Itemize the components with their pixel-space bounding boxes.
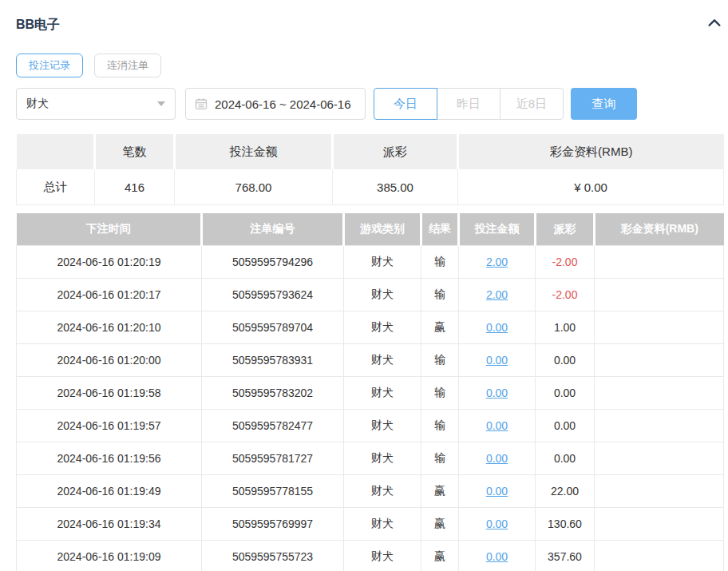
quick-range-group: 今日昨日近8日 bbox=[374, 88, 564, 120]
records-table: 下注时间注单编号游戏类别结果投注金额派彩彩金资料(RMB) 2024-06-16… bbox=[16, 213, 724, 571]
cell-order-id: 5059595781727 bbox=[202, 442, 344, 475]
cell-result: 赢 bbox=[421, 508, 459, 541]
cell-result: 赢 bbox=[421, 311, 459, 344]
cell-result: 输 bbox=[421, 410, 459, 442]
summary-col-header-1: 笔数 bbox=[95, 134, 175, 169]
bet-amount-link[interactable]: 0.00 bbox=[486, 354, 508, 367]
record-type-tabs: 投注记录连消注单 bbox=[16, 54, 723, 77]
cell-order-id: 5059595793624 bbox=[202, 279, 344, 311]
cell-bet-amount: 0.00 bbox=[459, 541, 536, 571]
summary-total-row: 总计416768.00385.00¥ 0.00 bbox=[17, 169, 724, 205]
panel-header: BB电子 bbox=[16, 0, 723, 34]
cell-result: 输 bbox=[421, 344, 459, 377]
cell-result: 输 bbox=[421, 442, 459, 475]
cell-payout: 0.00 bbox=[536, 344, 595, 377]
table-row: 2024-06-16 01:19:585059595783202财犬输0.000… bbox=[17, 377, 724, 410]
bet-amount-link[interactable]: 0.00 bbox=[486, 387, 508, 399]
bet-amount-link[interactable]: 0.00 bbox=[486, 550, 508, 563]
cell-bet-time: 2024-06-16 01:20:00 bbox=[17, 344, 202, 377]
cell-result: 输 bbox=[421, 246, 459, 279]
cell-bet-amount: 0.00 bbox=[459, 508, 536, 541]
table-row: 2024-06-16 01:19:345059595769997财犬赢0.001… bbox=[17, 508, 724, 541]
search-button[interactable]: 查询 bbox=[571, 88, 637, 120]
cell-game-type: 财犬 bbox=[344, 246, 421, 279]
collapse-panel-button[interactable] bbox=[706, 14, 723, 35]
cell-bet-amount: 0.00 bbox=[459, 311, 536, 344]
cell-payout: 357.60 bbox=[536, 541, 595, 571]
table-row: 2024-06-16 01:19:095059595755723财犬赢0.003… bbox=[17, 541, 724, 571]
cell-order-id: 5059595778155 bbox=[202, 475, 344, 508]
calendar-icon bbox=[195, 97, 208, 110]
table-row: 2024-06-16 01:20:105059595789704财犬赢0.001… bbox=[17, 311, 724, 344]
cell-bonus bbox=[595, 311, 724, 344]
records-col-header-3: 结果 bbox=[421, 213, 459, 246]
table-row: 2024-06-16 01:20:175059595793624财犬输2.00-… bbox=[17, 279, 724, 311]
panel-bb-electronic: BB电子 投注记录连消注单 财犬 bbox=[16, 0, 723, 571]
records-col-header-4: 投注金额 bbox=[459, 213, 536, 246]
cell-game-type: 财犬 bbox=[344, 508, 421, 541]
cell-game-type: 财犬 bbox=[344, 442, 421, 475]
records-col-header-6: 彩金资料(RMB) bbox=[595, 213, 724, 246]
bet-amount-link[interactable]: 0.00 bbox=[486, 321, 508, 334]
cell-payout: -2.00 bbox=[536, 246, 595, 279]
cell-bet-amount: 0.00 bbox=[459, 442, 536, 475]
cell-bet-amount: 0.00 bbox=[459, 344, 536, 377]
filter-bar: 财犬 2024-06-16 ~ 2024-06-16 今日昨日近8日 查询 bbox=[16, 88, 723, 120]
cell-game-type: 财犬 bbox=[344, 475, 421, 508]
cell-result: 赢 bbox=[421, 475, 459, 508]
records-col-header-1: 注单编号 bbox=[202, 213, 344, 246]
summary-value-2: 385.00 bbox=[333, 169, 458, 205]
records-col-header-5: 派彩 bbox=[536, 213, 595, 246]
bet-amount-link[interactable]: 2.00 bbox=[486, 288, 508, 301]
cell-order-id: 5059595789704 bbox=[202, 311, 344, 344]
cell-payout: 130.60 bbox=[536, 508, 595, 541]
cell-game-type: 财犬 bbox=[344, 311, 421, 344]
summary-value-3: ¥ 0.00 bbox=[458, 169, 724, 205]
cell-bet-amount: 2.00 bbox=[459, 279, 536, 311]
cell-bet-time: 2024-06-16 01:19:09 bbox=[17, 541, 202, 571]
cell-bonus bbox=[595, 541, 724, 571]
cell-result: 赢 bbox=[421, 541, 459, 571]
date-range-input[interactable]: 2024-06-16 ~ 2024-06-16 bbox=[185, 88, 366, 120]
cell-bet-amount: 0.00 bbox=[459, 410, 536, 442]
cell-result: 输 bbox=[421, 377, 459, 410]
date-range-value: 2024-06-16 ~ 2024-06-16 bbox=[215, 97, 351, 111]
tab-0[interactable]: 投注记录 bbox=[16, 54, 83, 77]
cell-bet-time: 2024-06-16 01:19:34 bbox=[17, 508, 202, 541]
cell-payout: 0.00 bbox=[536, 410, 595, 442]
bet-amount-link[interactable]: 2.00 bbox=[486, 256, 508, 268]
cell-bet-time: 2024-06-16 01:19:49 bbox=[17, 475, 202, 508]
cell-bet-time: 2024-06-16 01:19:57 bbox=[17, 410, 202, 442]
cell-bonus bbox=[595, 508, 724, 541]
bet-amount-link[interactable]: 0.00 bbox=[486, 419, 508, 432]
cell-order-id: 5059595769997 bbox=[202, 508, 344, 541]
cell-order-id: 5059595783931 bbox=[202, 344, 344, 377]
table-row: 2024-06-16 01:20:195059595794296财犬输2.00-… bbox=[17, 246, 724, 279]
cell-order-id: 5059595794296 bbox=[202, 246, 344, 279]
quick-range-1[interactable]: 昨日 bbox=[437, 88, 500, 120]
cell-bet-amount: 0.00 bbox=[459, 475, 536, 508]
bet-amount-link[interactable]: 0.00 bbox=[486, 517, 508, 530]
cell-bonus bbox=[595, 410, 724, 442]
summary-header-row: 笔数投注金额派彩彩金资料(RMB) bbox=[17, 134, 724, 169]
summary-table: 笔数投注金额派彩彩金资料(RMB) 总计416768.00385.00¥ 0.0… bbox=[16, 134, 724, 205]
cell-payout: 0.00 bbox=[536, 377, 595, 410]
summary-col-header-3: 派彩 bbox=[333, 134, 458, 169]
quick-range-2[interactable]: 近8日 bbox=[500, 88, 564, 120]
cell-payout: 0.00 bbox=[536, 442, 595, 475]
quick-range-0[interactable]: 今日 bbox=[374, 88, 437, 120]
bet-amount-link[interactable]: 0.00 bbox=[486, 485, 508, 498]
tab-1[interactable]: 连消注单 bbox=[94, 54, 161, 77]
records-col-header-0: 下注时间 bbox=[17, 213, 202, 246]
summary-col-header-0 bbox=[17, 134, 95, 169]
game-select[interactable]: 财犬 bbox=[16, 88, 176, 120]
cell-game-type: 财犬 bbox=[344, 410, 421, 442]
table-row: 2024-06-16 01:19:495059595778155财犬赢0.002… bbox=[17, 475, 724, 508]
cell-bet-time: 2024-06-16 01:19:58 bbox=[17, 377, 202, 410]
cell-game-type: 财犬 bbox=[344, 279, 421, 311]
bet-amount-link[interactable]: 0.00 bbox=[486, 452, 508, 465]
table-row: 2024-06-16 01:20:005059595783931财犬输0.000… bbox=[17, 344, 724, 377]
cell-bet-time: 2024-06-16 01:20:19 bbox=[17, 246, 202, 279]
cell-bonus bbox=[595, 475, 724, 508]
cell-order-id: 5059595755723 bbox=[202, 541, 344, 571]
